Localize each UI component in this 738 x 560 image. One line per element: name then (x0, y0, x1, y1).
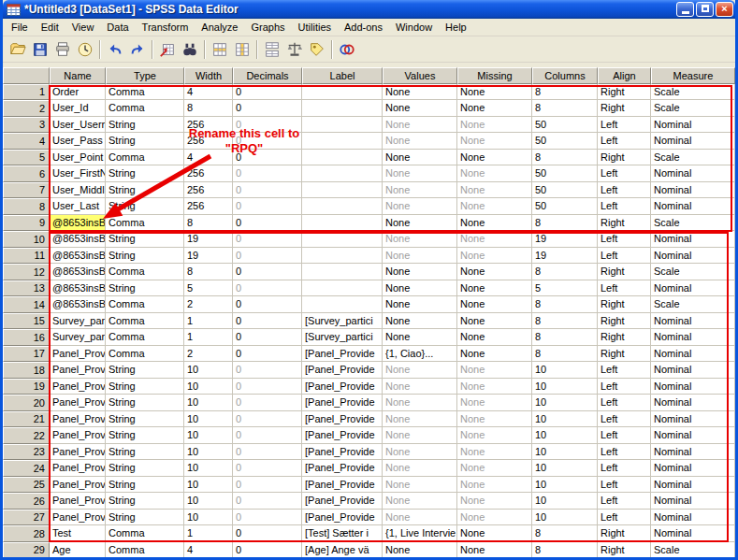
row-number[interactable]: 7 (3, 182, 50, 199)
cell-columns[interactable]: 8 (532, 100, 598, 117)
cell-align[interactable]: Left (598, 510, 651, 526)
cell-name[interactable]: User_Usern (50, 117, 106, 134)
cell-missing[interactable]: None (457, 296, 532, 313)
find-button[interactable] (179, 38, 201, 61)
cell-columns[interactable]: 10 (532, 444, 598, 461)
cell-align[interactable]: Left (598, 133, 651, 150)
cell-measure[interactable]: Nominal (651, 427, 735, 444)
row-number[interactable]: 28 (3, 525, 50, 542)
cell-columns[interactable]: 8 (532, 150, 598, 166)
cell-columns[interactable]: 50 (532, 198, 598, 215)
cell-label[interactable] (302, 150, 383, 166)
cell-decimals[interactable]: 0 (233, 264, 302, 280)
cell-columns[interactable]: 8 (532, 346, 598, 363)
cell-missing[interactable]: None (457, 117, 532, 134)
row-number[interactable]: 2 (3, 100, 50, 117)
cell-align[interactable]: Left (598, 198, 651, 215)
minimize-button[interactable] (676, 2, 694, 17)
cell-values[interactable]: {1, Live Intervie (383, 525, 457, 542)
cell-decimals[interactable]: 0 (233, 215, 302, 232)
cell-decimals[interactable]: 0 (233, 182, 302, 199)
cell-decimals[interactable]: 0 (233, 362, 302, 379)
cell-name[interactable]: Survey_part (50, 329, 106, 346)
weight-cases-button[interactable] (283, 38, 306, 61)
cell-decimals[interactable]: 0 (233, 84, 302, 101)
cell-columns[interactable]: 5 (532, 280, 598, 297)
cell-label[interactable] (302, 198, 383, 215)
cell-align[interactable]: Left (598, 165, 651, 182)
cell-label[interactable] (302, 165, 383, 182)
cell-type[interactable]: String (106, 231, 184, 248)
cell-align[interactable]: Left (598, 477, 651, 494)
cell-label[interactable] (302, 117, 383, 134)
cell-measure[interactable]: Nominal (651, 460, 735, 477)
cell-measure[interactable]: Nominal (651, 248, 735, 265)
cell-missing[interactable]: None (457, 198, 532, 215)
cell-measure[interactable]: Scale (651, 215, 735, 232)
cell-width[interactable]: 10 (184, 444, 233, 461)
cell-decimals[interactable]: 0 (233, 460, 302, 477)
cell-decimals[interactable]: 0 (233, 510, 302, 526)
cell-name[interactable]: Test (50, 525, 106, 542)
cell-width[interactable]: 8 (184, 215, 233, 232)
menu-addons[interactable]: Add-ons (338, 20, 389, 35)
cell-name[interactable]: Panel_Provi (50, 460, 106, 477)
cell-align[interactable]: Left (598, 362, 651, 379)
cell-align[interactable]: Right (598, 313, 651, 330)
cell-missing[interactable]: None (457, 150, 532, 166)
cell-align[interactable]: Right (598, 84, 651, 101)
cell-measure[interactable]: Nominal (651, 411, 735, 428)
cell-decimals[interactable]: 0 (233, 346, 302, 363)
cell-columns[interactable]: 8 (532, 296, 598, 313)
cell-type[interactable]: Comma (106, 329, 184, 346)
cell-measure[interactable]: Nominal (651, 379, 735, 395)
cell-align[interactable]: Left (598, 231, 651, 248)
cell-measure[interactable]: Scale (651, 542, 735, 558)
cell-label[interactable]: [Age] Ange vä (302, 542, 383, 558)
cell-type[interactable]: String (106, 411, 184, 428)
cell-columns[interactable]: 10 (532, 493, 598, 510)
redo-button[interactable] (126, 38, 149, 61)
cell-decimals[interactable]: 0 (233, 395, 302, 411)
cell-align[interactable]: Left (598, 379, 651, 395)
cell-name[interactable]: User_Point (50, 150, 106, 166)
cell-decimals[interactable]: 0 (233, 379, 302, 395)
cell-columns[interactable]: 10 (532, 379, 598, 395)
cell-missing[interactable]: None (457, 411, 532, 428)
cell-decimals[interactable]: 0 (233, 411, 302, 428)
cell-type[interactable]: String (106, 460, 184, 477)
cell-columns[interactable]: 8 (532, 215, 598, 232)
cell-columns[interactable]: 50 (532, 165, 598, 182)
cell-width[interactable]: 10 (184, 379, 233, 395)
cell-missing[interactable]: None (457, 477, 532, 494)
cell-name[interactable]: Panel_Provi (50, 510, 106, 526)
cell-values[interactable]: None (383, 182, 457, 199)
cell-label[interactable]: [Panel_Provide (302, 411, 383, 428)
cell-type[interactable]: String (106, 444, 184, 461)
cell-name[interactable]: Panel_Provi (50, 362, 106, 379)
menu-window[interactable]: Window (389, 20, 439, 35)
goto-case-button[interactable] (156, 38, 179, 61)
cell-missing[interactable]: None (457, 362, 532, 379)
cell-label[interactable]: [Test] Sætter i (302, 525, 383, 542)
cell-columns[interactable]: 10 (532, 395, 598, 411)
menu-utilities[interactable]: Utilities (292, 20, 338, 35)
cell-label[interactable]: [Panel_Provide (302, 379, 383, 395)
cell-label[interactable]: [Panel_Provide (302, 477, 383, 494)
cell-decimals[interactable]: 0 (233, 198, 302, 215)
cell-label[interactable] (302, 280, 383, 297)
row-number[interactable]: 18 (3, 362, 50, 379)
cell-width[interactable]: 256 (184, 117, 233, 134)
cell-missing[interactable]: None (457, 379, 532, 395)
cell-measure[interactable]: Nominal (651, 182, 735, 199)
cell-missing[interactable]: None (457, 264, 532, 280)
menu-data[interactable]: Data (100, 20, 135, 35)
cell-width[interactable]: 10 (184, 395, 233, 411)
cell-decimals[interactable]: 0 (233, 493, 302, 510)
cell-decimals[interactable]: 0 (233, 150, 302, 166)
cell-label[interactable]: [Panel_Provide (302, 510, 383, 526)
row-number[interactable]: 25 (3, 477, 50, 494)
cell-missing[interactable]: None (457, 133, 532, 150)
cell-align[interactable]: Left (598, 280, 651, 297)
menu-help[interactable]: Help (439, 20, 473, 35)
